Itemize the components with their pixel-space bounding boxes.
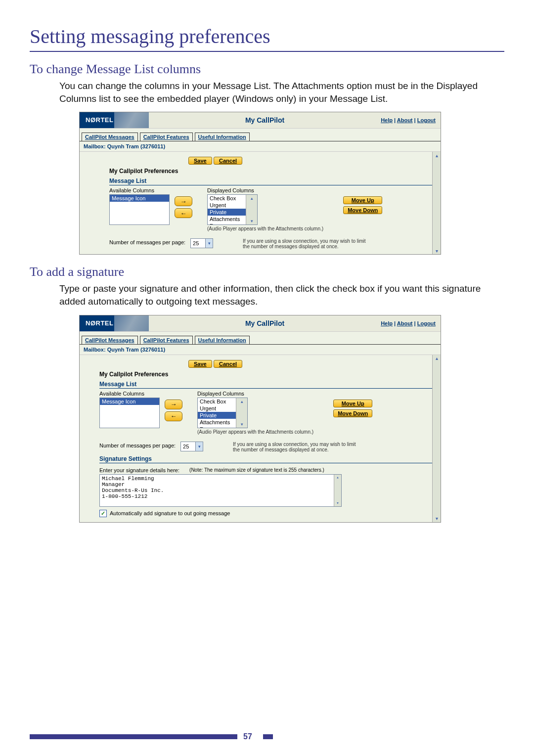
help-link[interactable]: Help [381,320,393,326]
audio-note: (Audio Player appears with the Attachmen… [207,226,323,231]
available-columns-listbox[interactable]: Message Icon [109,194,170,225]
audio-note: (Audio Player appears with the Attachmen… [197,429,313,435]
displayed-columns-group: Displayed Columns Check Box Urgent Priva… [207,187,323,231]
section-title-add-signature: To add a signature [30,265,504,279]
scrollbar[interactable]: ▴ ▾ [432,152,441,254]
nortel-logo: NØRTEL [80,112,114,128]
preferences-panel: ▴ ▾ Save Cancel My Callpilot Preferences… [80,355,441,522]
num-per-page-select[interactable]: 25 ▾ [190,238,213,248]
tab-bar: CallPilot Messages CallPilot Features Us… [80,332,441,344]
scroll-up-icon[interactable]: ▴ [433,355,441,362]
num-per-page-select[interactable]: 25 ▾ [180,442,203,451]
scrollbar[interactable]: ▴ ▾ [432,355,441,522]
prefs-title: My Callpilot Preferences [109,168,434,175]
move-right-button[interactable]: → [175,196,192,206]
logo-image [114,112,149,128]
scroll-down-icon[interactable]: ▾ [433,515,441,522]
tab-messages[interactable]: CallPilot Messages [82,336,138,344]
scroll-up-icon[interactable]: ▴ [246,195,257,202]
displayed-columns-label: Displayed Columns [207,187,323,193]
header-links: Help | About | Logout [381,117,441,123]
scroll-down-icon[interactable]: ▾ [246,218,257,224]
tab-useful[interactable]: Useful Information [195,133,250,141]
prefs-title: My Callpilot Preferences [99,371,434,378]
message-list-section-title: Message List [99,381,434,389]
preferences-panel: ▴ ▾ Save Cancel My Callpilot Preferences… [80,151,441,254]
signature-textarea[interactable]: Michael Flemming Manager Documents-R-Us … [99,474,342,507]
list-item[interactable]: Message Icon [100,398,159,405]
chevron-down-icon[interactable]: ▾ [195,442,203,451]
auto-signature-label: Automatically add signature to out going… [110,510,230,516]
tab-bar: CallPilot Messages CallPilot Features Us… [80,129,441,141]
save-button[interactable]: Save [188,157,212,165]
chevron-down-icon[interactable]: ▾ [205,239,213,248]
signature-section-title: Signature Settings [99,455,434,463]
displayed-columns-label: Displayed Columns [197,391,313,397]
displayed-columns-group: Displayed Columns Check Box Urgent Priva… [197,391,313,435]
page-title: Setting messaging preferences [30,25,504,52]
logout-link[interactable]: Logout [417,117,436,123]
section-title-change-columns: To change Message List columns [30,62,504,77]
listbox-scrollbar[interactable]: ▴ ▾ [246,195,257,224]
nortel-logo: NØRTEL [80,315,114,331]
move-up-button[interactable]: Move Up [343,196,382,204]
num-per-page-label: Number of messages per page: [99,442,176,448]
mailbox-label: Mailbox: Quynh Tram (3276011) [80,141,441,151]
scroll-up-icon[interactable]: ▴ [236,398,247,405]
available-columns-group: Available Columns Message Icon [109,187,170,225]
cancel-button[interactable]: Cancel [214,360,242,368]
body-text-change-columns: You can change the columns in your Messa… [59,80,504,105]
scroll-up-icon[interactable]: ▴ [433,152,441,159]
signature-text: Michael Flemming Manager Documents-R-Us … [102,476,164,499]
num-per-page-value: 25 [191,240,205,246]
screenshot-message-list: NØRTEL My CallPilot Help | About | Logou… [79,112,441,255]
about-link[interactable]: About [397,117,413,123]
app-header: NØRTEL My CallPilot Help | About | Logou… [80,112,441,129]
move-left-button[interactable]: ← [165,411,182,421]
move-down-button[interactable]: Move Down [343,206,382,214]
logout-link[interactable]: Logout [417,320,436,326]
body-text-add-signature: Type or paste your signature and other i… [59,282,504,308]
available-columns-group: Available Columns Message Icon [99,391,160,428]
help-link[interactable]: Help [381,117,393,123]
move-up-button[interactable]: Move Up [333,400,372,407]
available-columns-label: Available Columns [109,187,170,193]
num-per-page-label: Number of messages per page: [109,238,185,245]
scroll-down-icon[interactable]: ▾ [334,500,341,506]
signature-label: Enter your signature details here: [99,467,179,473]
about-link[interactable]: About [397,320,413,326]
tab-features[interactable]: CallPilot Features [140,336,193,344]
save-button[interactable]: Save [188,360,212,368]
displayed-columns-listbox[interactable]: Check Box Urgent Private Attachments Fro… [207,194,258,225]
scroll-down-icon[interactable]: ▾ [236,421,247,428]
scroll-down-icon[interactable]: ▾ [433,247,441,254]
available-columns-listbox[interactable]: Message Icon [99,398,160,428]
mailbox-label: Mailbox: Quynh Tram (3276011) [80,344,441,355]
num-per-page-hint: If you are using a slow connection, you … [233,442,361,452]
tab-features[interactable]: CallPilot Features [140,133,193,141]
app-title: My CallPilot [149,319,381,327]
textarea-scrollbar[interactable]: ▴ ▾ [334,475,341,506]
move-left-button[interactable]: ← [175,208,192,218]
cancel-button[interactable]: Cancel [214,157,242,165]
app-header: NØRTEL My CallPilot Help | About | Logou… [80,315,441,332]
logo-image [114,315,149,331]
app-title: My CallPilot [149,116,381,124]
list-item[interactable]: Message Icon [110,195,169,202]
move-down-button[interactable]: Move Down [333,409,372,417]
message-list-section-title: Message List [109,178,434,185]
tab-useful[interactable]: Useful Information [195,336,250,344]
move-right-button[interactable]: → [165,400,182,409]
num-per-page-value: 25 [181,444,195,449]
num-per-page-hint: If you are using a slow connection, you … [243,238,371,249]
displayed-columns-listbox[interactable]: Check Box Urgent Private Attachments Fro… [197,398,248,428]
available-columns-label: Available Columns [99,391,160,397]
listbox-scrollbar[interactable]: ▴ ▾ [236,398,247,428]
screenshot-signature: NØRTEL My CallPilot Help | About | Logou… [79,315,441,523]
signature-note: (Note: The maximum size of signature tex… [189,467,324,473]
header-links: Help | About | Logout [381,320,441,326]
tab-messages[interactable]: CallPilot Messages [82,133,138,141]
scroll-up-icon[interactable]: ▴ [334,475,341,481]
